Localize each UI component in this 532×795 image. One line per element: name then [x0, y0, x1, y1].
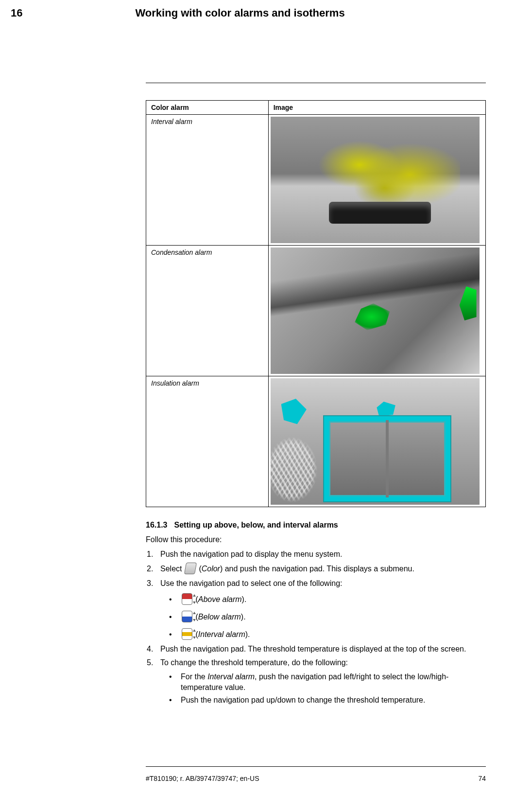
step-5-text: To change the threshold temperature, do …	[160, 658, 348, 667]
step-3-text: Use the navigation pad to select one of …	[160, 579, 342, 587]
step-5-subitems: For the Interval alarm, push the navigat…	[160, 671, 486, 705]
page-header: 16 Working with color alarms and isother…	[0, 7, 532, 19]
option-below-alarm: (Below alarm).	[169, 611, 486, 623]
alarm-image-cell	[268, 246, 485, 376]
table-row: Condensation alarm	[146, 246, 486, 376]
footer-divider	[146, 766, 486, 767]
step-2-italic-color: Color	[202, 565, 220, 573]
step-1: Push the navigation pad to display the m…	[147, 549, 486, 560]
table-header-image: Image	[268, 101, 485, 115]
paren-close: ).	[242, 595, 247, 603]
alarm-label-interval: Interval alarm	[146, 115, 269, 246]
color-alarm-table: Color alarm Image Interval alarm Condens…	[146, 100, 486, 507]
alarm-label-condensation: Condensation alarm	[146, 246, 269, 376]
paren-close: ).	[241, 613, 246, 621]
chapter-title: Working with color alarms and isotherms	[135, 7, 344, 19]
main-content: Color alarm Image Interval alarm Condens…	[146, 100, 486, 705]
footer-page-number: 74	[478, 775, 486, 782]
procedure-steps: Push the navigation pad to display the m…	[146, 549, 486, 705]
footer-doc-id: #T810190; r. AB/39747/39747; en-US	[146, 775, 259, 782]
section-number: 16.1.3	[146, 521, 167, 529]
interval-alarm-icon	[182, 628, 192, 640]
color-icon	[185, 563, 196, 574]
step-5a: For the Interval alarm, push the navigat…	[169, 671, 486, 692]
step-5a-italic: Interval alarm	[207, 672, 255, 681]
step-2-text-post: ) and push the navigation pad. This disp…	[220, 565, 414, 573]
step-2: Select (Color) and push the navigation p…	[147, 563, 486, 575]
interval-alarm-image	[271, 117, 480, 243]
option-interval-alarm: (Interval alarm).	[169, 628, 486, 641]
alarm-label-insulation: Insulation alarm	[146, 376, 269, 507]
insulation-alarm-image	[271, 378, 480, 505]
header-divider	[146, 83, 486, 83]
above-alarm-icon	[182, 593, 192, 605]
procedure-lead: Follow this procedure:	[146, 535, 486, 544]
section-heading: 16.1.3Setting up above, below, and inter…	[146, 521, 486, 530]
step-4: Push the navigation pad. The threshold t…	[147, 644, 486, 654]
step-5: To change the threshold temperature, do …	[147, 657, 486, 705]
paren-close: ).	[245, 630, 250, 638]
step-5b: Push the navigation pad up/down to chang…	[169, 695, 486, 706]
page-footer: #T810190; r. AB/39747/39747; en-US 74	[146, 775, 486, 782]
alarm-image-cell	[268, 115, 485, 246]
condensation-alarm-image	[271, 247, 480, 374]
option-above-alarm: (Above alarm).	[169, 593, 486, 606]
option-below-label: Below alarm	[198, 613, 241, 621]
step-5a-pre: For the	[181, 672, 207, 681]
step-2-text-pre: Select	[160, 565, 184, 573]
section-title: Setting up above, below, and interval al…	[174, 521, 338, 529]
chapter-number: 16	[11, 7, 22, 19]
table-row: Interval alarm	[146, 115, 486, 246]
table-header-color-alarm: Color alarm	[146, 101, 269, 115]
alarm-image-cell	[268, 376, 485, 507]
option-above-label: Above alarm	[198, 595, 242, 603]
table-row: Insulation alarm	[146, 376, 486, 507]
step-3: Use the navigation pad to select one of …	[147, 578, 486, 641]
step-3-options: (Above alarm). (Below alarm). (Interval …	[160, 593, 486, 641]
option-interval-label: Interval alarm	[198, 630, 245, 638]
below-alarm-icon	[182, 611, 192, 622]
